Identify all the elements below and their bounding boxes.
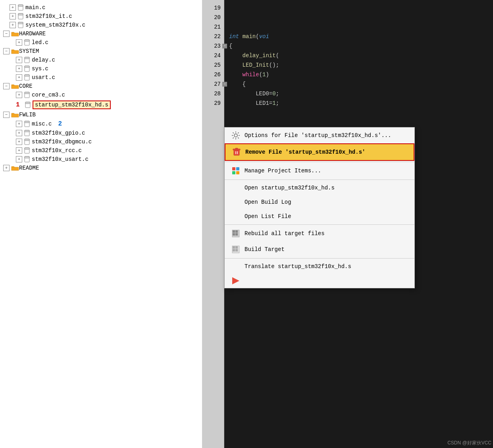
tree-item-fwlib[interactable]: − FWLIB — [0, 110, 202, 119]
code-indent-25 — [229, 62, 243, 68]
tree-item-misc-c[interactable]: + misc.c 2 — [0, 119, 202, 129]
expand-icon-delay-c[interactable]: + — [16, 57, 22, 63]
tree-item-stm32f10x-it-c[interactable]: + stm32f10x_it.c — [0, 12, 202, 21]
label-open-build-log: Open Build Log — [245, 199, 291, 205]
expand-icon-stm32f10x-gpio-c[interactable]: + — [16, 130, 22, 136]
tree-item-sys-c[interactable]: + sys.c — [0, 64, 202, 73]
ctx-divider-3 — [225, 224, 414, 225]
label-readme: README — [19, 165, 39, 171]
ctx-open-list-file[interactable]: Open List File — [225, 209, 414, 224]
tree-item-core[interactable]: − CORE — [0, 82, 202, 91]
tree-item-system-stm32f10x-c[interactable]: + system_stm32f10x.c — [0, 21, 202, 29]
expand-icon-fwlib[interactable]: − — [3, 112, 10, 118]
label-stm32f10x-gpio-c: stm32f10x_gpio.c — [32, 130, 85, 136]
expand-icon-core-cm3-c[interactable]: + — [16, 92, 22, 98]
code-indent-27 — [229, 81, 243, 87]
svg-rect-25 — [25, 130, 29, 132]
tree-item-stm32f10x-usart-c[interactable]: + stm32f10x_usart.c — [0, 155, 202, 164]
tree-item-delay-c[interactable]: + delay.c — [0, 56, 202, 64]
expand-icon-hardware[interactable]: − — [3, 31, 10, 37]
svg-rect-32 — [12, 167, 19, 170]
code-brace-open: { — [229, 43, 232, 49]
ctx-build-target[interactable]: Build Target — [225, 241, 414, 257]
label-translate-startup: Translate startup_stm32f10x_hd.s — [245, 263, 351, 270]
rebuild-icon — [231, 229, 241, 238]
expand-icon-system-stm32f10x-c[interactable]: + — [10, 22, 16, 28]
tree-item-startup-file[interactable]: 1 startup_stm32f10x_hd.s — [0, 99, 202, 110]
code-main — [239, 33, 242, 40]
ctx-translate-startup[interactable]: Translate startup_stm32f10x_hd.s — [225, 259, 414, 274]
file-icon-sys-c — [24, 66, 32, 72]
code-line-24: delay_init ( — [229, 51, 488, 60]
gear-options-icon — [231, 131, 241, 140]
expand-icon-sys-c[interactable]: + — [16, 66, 22, 72]
label-stm32f10x-rcc-c: stm32f10x_rcc.c — [32, 147, 82, 154]
ctx-rebuild-all[interactable]: Rebuild all target files — [225, 226, 414, 241]
svg-rect-29 — [25, 148, 29, 149]
file-icon-stm32f10x-usart-c — [24, 156, 32, 162]
tree-item-stm32f10x-dbgmcu-c[interactable]: + stm32f10x_dbgmcu.c — [0, 137, 202, 146]
tree-item-core-cm3-c[interactable]: + core_cm3.c — [0, 91, 202, 99]
ctx-open-startup[interactable]: Open startup_stm32f10x_hd.s — [225, 181, 414, 195]
kw-led0: LED0= — [256, 91, 272, 97]
tree-item-led-c[interactable]: + led.c — [0, 38, 202, 47]
ctx-open-build-log[interactable]: Open Build Log — [225, 195, 414, 209]
expand-icon-misc-c[interactable]: + — [16, 121, 22, 127]
expand-icon-readme[interactable]: + — [3, 165, 10, 171]
ctx-divider-2 — [225, 180, 414, 180]
expand-icon-stm32f10x-it-c[interactable]: + — [10, 13, 16, 19]
expand-icon-system[interactable]: − — [3, 48, 10, 54]
file-icon-core-cm3-c — [24, 92, 32, 98]
line-23: 23− — [202, 41, 224, 51]
folder-icon-hardware — [11, 31, 19, 37]
ctx-bottom-item[interactable] — [225, 274, 414, 288]
ctx-options-for-file[interactable]: Options for File 'startup_stm32f10x_hd.s… — [225, 127, 414, 143]
expand-icon-stm32f10x-dbgmcu-c[interactable]: + — [16, 139, 22, 145]
file-icon-usart-c — [24, 74, 32, 81]
tree-item-usart-c[interactable]: + usart.c — [0, 73, 202, 82]
label-stm32f10x-dbgmcu-c: stm32f10x_dbgmcu.c — [32, 139, 92, 145]
expand-icon-usart-c[interactable]: + — [16, 74, 22, 81]
code-line-29: LED1= 1 ; — [229, 98, 488, 108]
file-icon-misc-c — [24, 121, 32, 127]
expand-icon-core[interactable]: − — [3, 83, 10, 89]
remove-icon — [232, 147, 241, 157]
svg-rect-18 — [25, 92, 29, 94]
expand-icon-main-c[interactable]: + — [10, 4, 16, 11]
label-stm32f10x-it-c: stm32f10x_it.c — [25, 13, 72, 19]
tree-item-stm32f10x-gpio-c[interactable]: + stm32f10x_gpio.c — [0, 129, 202, 137]
label-startup-file: startup_stm32f10x_hd.s — [33, 100, 111, 109]
tree-item-main-c[interactable]: + main.c — [0, 3, 202, 12]
svg-rect-27 — [25, 139, 29, 141]
label-stm32f10x-usart-c: stm32f10x_usart.c — [32, 156, 89, 162]
tree-item-system[interactable]: − SYSTEM — [0, 47, 202, 56]
line-27: 27− — [202, 79, 224, 89]
fold-icon-23[interactable]: − — [222, 44, 227, 48]
code-indent-28 — [229, 91, 256, 97]
expand-icon-stm32f10x-usart-c[interactable]: + — [16, 156, 22, 162]
kw-while: while — [243, 71, 259, 78]
svg-rect-11 — [25, 57, 29, 59]
folder-icon-fwlib — [11, 112, 19, 118]
svg-rect-49 — [233, 246, 235, 249]
tree-item-stm32f10x-rcc-c[interactable]: + stm32f10x_rcc.c — [0, 146, 202, 155]
label-led-c: led.c — [32, 39, 48, 46]
expand-icon-stm32f10x-rcc-c[interactable]: + — [16, 147, 22, 154]
kw-led1: LED1= — [256, 100, 272, 106]
tree-item-readme[interactable]: + README — [0, 164, 202, 172]
tree-item-hardware[interactable]: − HARDWARE — [0, 29, 202, 38]
file-icon-startup — [25, 102, 33, 108]
ctx-remove-file[interactable]: Remove File 'startup_stm32f10x_hd.s' — [225, 143, 414, 161]
expand-icon-led-c[interactable]: + — [16, 39, 22, 46]
fold-icon-27[interactable]: − — [222, 82, 227, 87]
kw-led-init: LED_Init — [243, 62, 269, 68]
ctx-manage-project[interactable]: Manage Project Items... — [225, 163, 414, 179]
line-29: 29 — [202, 98, 224, 108]
badge-1: 1 — [16, 101, 22, 108]
label-open-list-file: Open List File — [245, 213, 291, 220]
bottom-item-icon — [231, 276, 241, 286]
folder-icon-system — [11, 48, 19, 54]
svg-rect-42 — [236, 171, 239, 174]
code-while-paren2: ) — [266, 71, 269, 78]
code-line-26: while ( 1 ) — [229, 70, 488, 79]
